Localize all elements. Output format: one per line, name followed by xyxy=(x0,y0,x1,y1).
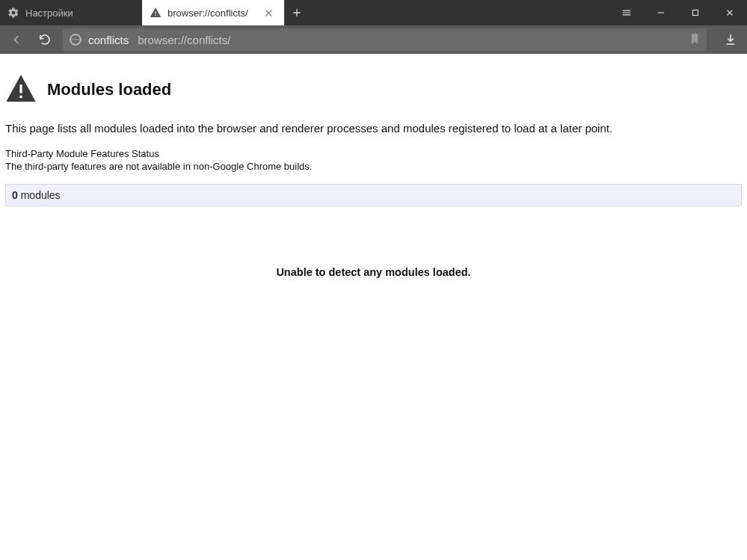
address-bar[interactable]: conflicts browser://conflicts/ xyxy=(63,28,707,51)
warning-icon xyxy=(5,75,37,104)
page-content: Modules loaded This page lists all modul… xyxy=(0,54,747,338)
new-tab-button[interactable] xyxy=(284,0,310,25)
tab-bar: Настройки browser://conflicts/ ✕ xyxy=(0,0,747,25)
module-count: 0 xyxy=(12,189,18,201)
tab-settings[interactable]: Настройки xyxy=(0,0,142,25)
minimize-button[interactable] xyxy=(644,0,678,25)
window-controls xyxy=(609,0,747,25)
status-note: The third-party features are not availab… xyxy=(5,161,742,172)
warning-icon xyxy=(150,7,162,19)
tab-close-button[interactable]: ✕ xyxy=(261,6,277,20)
module-count-bar: 0 modules xyxy=(5,184,742,206)
svg-rect-3 xyxy=(19,84,22,93)
menu-button[interactable] xyxy=(609,0,644,25)
reload-button[interactable] xyxy=(34,29,55,50)
page-title: Modules loaded xyxy=(47,80,171,99)
address-host: conflicts xyxy=(88,34,129,46)
tab-conflicts[interactable]: browser://conflicts/ ✕ xyxy=(142,0,284,25)
svg-rect-1 xyxy=(693,10,698,16)
bookmark-icon[interactable] xyxy=(689,33,701,47)
svg-rect-4 xyxy=(19,96,22,98)
downloads-button[interactable] xyxy=(720,29,741,50)
svg-rect-0 xyxy=(658,12,664,13)
site-info-icon[interactable] xyxy=(69,33,82,46)
maximize-button[interactable] xyxy=(678,0,713,25)
back-button[interactable] xyxy=(6,29,27,50)
address-url: browser://conflicts/ xyxy=(138,34,230,46)
page-description: This page lists all modules loaded into … xyxy=(5,114,742,148)
tab-label: Настройки xyxy=(25,7,73,19)
gear-icon xyxy=(7,7,19,19)
toolbar: conflicts browser://conflicts/ xyxy=(0,25,747,54)
close-window-button[interactable] xyxy=(713,0,747,25)
module-count-label: modules xyxy=(18,189,61,201)
empty-message: Unable to detect any modules loaded. xyxy=(5,206,742,338)
page-header: Modules loaded xyxy=(5,54,742,114)
tab-label: browser://conflicts/ xyxy=(167,7,248,19)
status-heading: Third-Party Module Features Status xyxy=(5,148,742,159)
